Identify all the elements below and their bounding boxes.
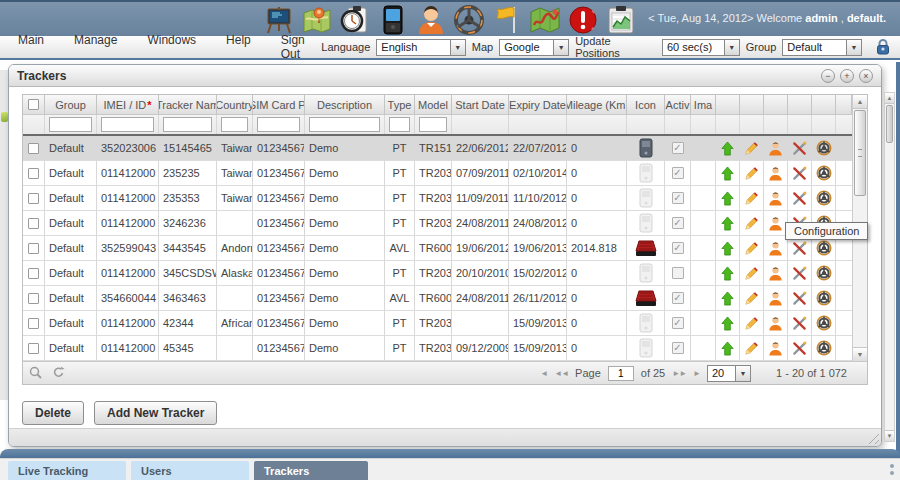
checkbox[interactable] [28,343,39,354]
menu-item-help[interactable]: Help [226,33,251,61]
checkbox[interactable]: ✓ [672,342,684,354]
row-select-checkbox[interactable] [23,336,45,360]
active-checkbox[interactable] [665,261,691,285]
table-row[interactable]: Default35202300615145465Taiwan(-01234567… [23,136,852,161]
action-activate-icon[interactable] [716,186,740,210]
activate-icon[interactable] [719,240,736,257]
assign-user-icon[interactable] [767,215,784,232]
action-activate-icon[interactable] [716,311,740,335]
column-header-expiry-date[interactable]: Expiry Date [509,95,567,114]
column-header-icon[interactable]: Icon [627,95,665,114]
taskbar-tab-trackers[interactable]: Trackers [254,461,368,480]
row-select-checkbox[interactable] [23,211,45,235]
column-header-group[interactable]: Group [45,95,97,114]
minimize-button[interactable]: − [821,69,835,83]
activate-icon[interactable] [719,215,736,232]
checkbox[interactable]: ✓ [672,142,684,154]
action-assign-user-icon[interactable] [764,286,788,310]
checkbox[interactable]: ✓ [672,317,684,329]
filter-input-sim[interactable] [257,117,300,132]
filter-input-name[interactable] [163,117,212,132]
assign-user-icon[interactable] [767,265,784,282]
scroll-down-icon[interactable]: ▼ [885,430,894,441]
tools-icon[interactable] [791,340,808,357]
action-edit-icon[interactable] [740,286,764,310]
action-assign-user-icon[interactable] [764,136,788,160]
active-checkbox[interactable]: ✓ [665,136,691,160]
column-header-activ[interactable]: Activ [665,95,691,114]
action-tools-icon[interactable] [788,311,812,335]
action-tools-icon[interactable] [788,186,812,210]
select-all-checkbox[interactable] [23,95,45,114]
checkbox[interactable]: ✓ [672,167,684,179]
page-size-select[interactable]: 20▼ [707,365,751,382]
activate-icon[interactable] [719,165,736,182]
refresh-icon[interactable] [52,366,65,381]
delete-button[interactable]: Delete [22,401,84,425]
resize-grip[interactable] [866,431,879,444]
active-checkbox[interactable]: ✓ [665,161,691,185]
configuration-icon[interactable] [815,190,832,207]
tools-icon[interactable] [791,240,808,257]
configuration-icon[interactable] [815,165,832,182]
table-row[interactable]: Default01141200042344African(-0123456789… [23,311,852,336]
edit-icon[interactable] [743,190,760,207]
edit-icon[interactable] [743,165,760,182]
taskbar-tab-users[interactable]: Users [131,461,249,480]
column-header-ima[interactable]: Ima [691,95,716,114]
tools-icon[interactable] [791,190,808,207]
action-configuration-icon[interactable] [812,336,836,360]
column-header-description[interactable]: Description [305,95,385,114]
action-tools-icon[interactable] [788,161,812,185]
action-edit-icon[interactable] [740,336,764,360]
table-row[interactable]: Default35466004434634630123456789DemoAVL… [23,286,852,311]
tools-icon[interactable] [791,315,808,332]
row-select-checkbox[interactable] [23,286,45,310]
action-tools-icon[interactable] [788,261,812,285]
filter-input-imei[interactable] [101,117,154,132]
assign-user-icon[interactable] [767,240,784,257]
scroll-down-icon[interactable]: ▼ [853,347,867,361]
assign-user-icon[interactable] [767,340,784,357]
checkbox[interactable]: ✓ [672,192,684,204]
taskbar-tab-live-tracking[interactable]: Live Tracking [8,461,126,480]
action-edit-icon[interactable] [740,236,764,260]
checkbox[interactable] [28,193,39,204]
action-configuration-icon[interactable] [812,136,836,160]
row-select-checkbox[interactable] [23,186,45,210]
action-activate-icon[interactable] [716,286,740,310]
activate-icon[interactable] [719,190,736,207]
action-activate-icon[interactable] [716,236,740,260]
action-tools-icon[interactable] [788,136,812,160]
action-configuration-icon[interactable] [812,286,836,310]
filter-input-group[interactable] [49,117,92,132]
action-tools-icon[interactable] [788,336,812,360]
action-edit-icon[interactable] [740,311,764,335]
action-edit-icon[interactable] [740,211,764,235]
column-header-tracker-nam[interactable]: Tracker Nam [159,95,217,114]
configuration-icon[interactable] [815,240,832,257]
menu-item-main[interactable]: Main [18,33,44,61]
action-configuration-icon[interactable] [812,311,836,335]
activate-icon[interactable] [719,140,736,157]
column-header-model[interactable]: Model [415,95,452,114]
menu-item-windows[interactable]: Windows [147,33,196,61]
action-edit-icon[interactable] [740,136,764,160]
menu-item-signout[interactable]: Sign Out [281,33,322,61]
activate-icon[interactable] [719,340,736,357]
route-map-icon[interactable] [528,4,561,36]
tools-icon[interactable] [791,290,808,307]
configuration-icon[interactable] [815,265,832,282]
configuration-icon[interactable] [815,140,832,157]
tools-icon[interactable] [791,165,808,182]
checkbox[interactable] [28,168,39,179]
search-icon[interactable] [29,366,42,381]
action-edit-icon[interactable] [740,186,764,210]
group-select[interactable]: Default▼ [782,39,862,56]
page-input[interactable] [608,366,634,381]
page-vertical-scrollbar[interactable]: ▲ ▼ [884,92,895,442]
checkbox[interactable] [28,243,39,254]
column-header-type[interactable]: Type [385,95,415,114]
row-select-checkbox[interactable] [23,261,45,285]
action-edit-icon[interactable] [740,161,764,185]
